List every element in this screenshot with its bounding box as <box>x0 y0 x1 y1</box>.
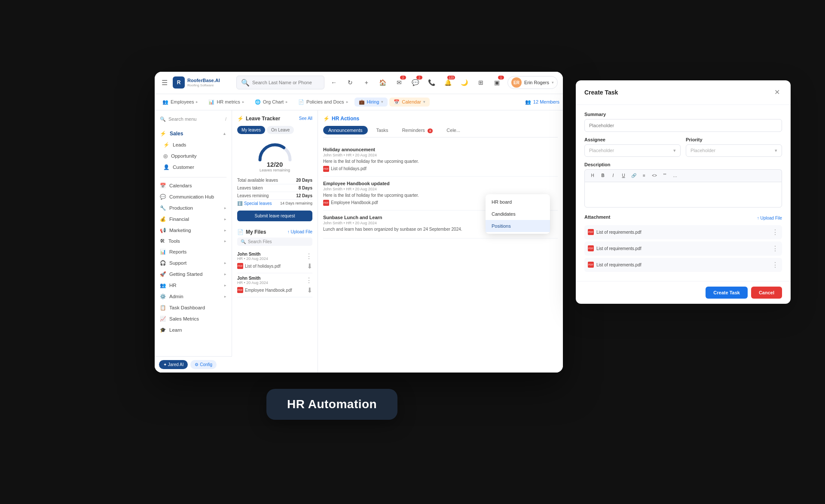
sidebar-item-financial[interactable]: 💰 Financial ▸ <box>155 214 232 225</box>
hr-actions-icon: ⚡ <box>323 116 330 122</box>
tab-hiring[interactable]: 💼 Hiring ▾ <box>354 98 388 107</box>
summary-input[interactable] <box>584 119 782 132</box>
special-leaves-value: 14 Days remaining <box>280 201 312 205</box>
sidebar-item-leads[interactable]: ⚡ Leads <box>158 139 232 150</box>
user-menu[interactable]: ER Erin Rogers ▾ <box>507 76 558 89</box>
nav-refresh-btn[interactable]: ↻ <box>344 76 356 89</box>
config-button[interactable]: ⚙ Config <box>190 360 217 369</box>
sidebar-item-learn[interactable]: 🎓 Learn <box>155 324 232 336</box>
tab-employees[interactable]: 👥 Employees ▸ <box>158 98 202 107</box>
sidebar-item-support[interactable]: 🎧 Support ▸ <box>155 257 232 269</box>
sidebar-search-icon: 🔍 <box>160 116 166 122</box>
sidebar-item-hr[interactable]: 👥 HR ▸ <box>155 280 232 291</box>
tool-quote[interactable]: "" <box>660 171 669 180</box>
pdf-icon-1: PDF <box>237 263 243 269</box>
att-1-more-icon[interactable]: ⋮ <box>772 228 779 236</box>
email-btn[interactable]: ✉ 2 <box>393 76 405 89</box>
description-label: Description <box>584 162 782 167</box>
see-all-link[interactable]: See All <box>299 116 312 121</box>
sidebar-search[interactable]: 🔍 Search menu / <box>155 115 232 124</box>
celebrations-tab[interactable]: Cele... <box>441 126 465 134</box>
file-1-download-icon[interactable]: ⬇ <box>307 262 312 270</box>
sidebar-item-task-dashboard[interactable]: 📋 Task Dashboard <box>155 302 232 313</box>
sidebar-item-opportunity[interactable]: ◎ Opportunity <box>158 150 232 162</box>
sidebar-item-communication-hub[interactable]: 💬 Communication Hub <box>155 191 232 202</box>
file-2-more-icon[interactable]: ⋮ <box>306 276 312 284</box>
my-leaves-tab[interactable]: My leaves <box>237 126 265 134</box>
sidebar-item-getting-started[interactable]: 🚀 Getting Started ▸ <box>155 269 232 280</box>
sidebar-item-admin[interactable]: ⚙️ Admin ▸ <box>155 291 232 302</box>
tab-org-chart[interactable]: 🌐 Org Chart ▸ <box>251 98 292 107</box>
sidebar-item-calendars[interactable]: 📅 Calendars <box>155 180 232 191</box>
announcements-tab[interactable]: Announcements <box>323 126 368 134</box>
tool-more[interactable]: … <box>671 171 679 180</box>
modal-body: Summary Assignee Placeholder ▾ Priority … <box>576 105 791 281</box>
phone-btn[interactable]: 📞 <box>426 76 438 89</box>
tool-code[interactable]: <> <box>650 171 659 180</box>
chat-badge: 2 <box>416 76 422 79</box>
attachment-file-3: PDF List of requirements.pdf ⋮ <box>584 258 782 272</box>
cancel-button[interactable]: Cancel <box>751 287 782 299</box>
assignee-select[interactable]: Placeholder ▾ <box>584 144 681 157</box>
sidebar-item-reports[interactable]: 📊 Reports <box>155 246 232 257</box>
jared-ai-button[interactable]: ✦ Jared AI <box>159 360 188 369</box>
home-btn[interactable]: 🏠 <box>377 76 389 89</box>
tab-policies[interactable]: 📄 Policies and Docs ▸ <box>294 98 352 107</box>
grid-btn[interactable]: ⊞ <box>475 76 487 89</box>
description-textarea[interactable] <box>584 182 782 208</box>
sidebar-item-marketing[interactable]: 📢 Marketing ▸ <box>155 225 232 236</box>
tool-i[interactable]: I <box>609 171 617 180</box>
priority-select[interactable]: Placeholder ▾ <box>686 144 782 157</box>
chat-btn[interactable]: 💬 2 <box>409 76 422 89</box>
hamburger-icon[interactable]: ☰ <box>160 77 169 89</box>
on-leave-tab[interactable]: On Leave <box>267 126 294 134</box>
create-task-button[interactable]: Create Task <box>706 287 748 299</box>
marketing-icon: 📢 <box>160 227 166 233</box>
att-2-more-icon[interactable]: ⋮ <box>772 244 779 253</box>
nav-add-btn[interactable]: + <box>361 76 373 89</box>
tool-h[interactable]: H <box>588 171 597 180</box>
nav-back-btn[interactable]: ← <box>328 76 340 89</box>
pdf-icon-2: PDF <box>237 287 243 293</box>
modal-close-btn[interactable]: ✕ <box>772 87 782 98</box>
tool-list[interactable]: ≡ <box>640 171 648 180</box>
tool-u[interactable]: U <box>619 171 628 180</box>
dropdown-candidates[interactable]: Candidates <box>486 208 550 220</box>
search-input[interactable] <box>252 80 320 85</box>
files-doc-icon: 📄 <box>237 229 244 235</box>
upload-file-link[interactable]: ↑ Upload File <box>287 229 312 234</box>
dropdown-positions[interactable]: Positions <box>486 220 550 232</box>
tool-b[interactable]: B <box>599 171 607 180</box>
ann-2-file: Employee Handbook.pdf <box>331 200 378 205</box>
sidebar-item-customer[interactable]: 👤 Customer <box>158 162 232 173</box>
sidebar-item-sales-metrics[interactable]: 📈 Sales Metrics <box>155 313 232 324</box>
comm-hub-label: Communication Hub <box>169 194 226 199</box>
tab-hr-metrics[interactable]: 📊 HR metrics ▸ <box>204 98 248 107</box>
tab-policies-label: Policies and Docs <box>306 99 344 104</box>
tasks-tab[interactable]: Tasks <box>371 126 394 134</box>
file-item-1: John Smith HR • 20 Aug 2024 ⋮ PDF List o… <box>237 249 312 273</box>
att-2-label: List of requirements.pdf <box>596 246 642 251</box>
global-search[interactable]: 🔍 <box>236 76 324 89</box>
dropdown-hr-board[interactable]: HR board <box>486 196 550 208</box>
submit-leave-btn[interactable]: Submit leave request <box>237 211 312 221</box>
sales-category[interactable]: ⚡ Sales ▲ <box>155 128 232 139</box>
search-files[interactable]: 🔍 Search Files <box>237 238 312 246</box>
sidebar-search-label: Search menu <box>168 116 196 122</box>
bell-btn[interactable]: 🔔 123 <box>442 76 454 89</box>
file-1-more-icon[interactable]: ⋮ <box>306 252 312 260</box>
tab-hiring-label: Hiring <box>367 99 379 104</box>
att-3-more-icon[interactable]: ⋮ <box>772 261 779 269</box>
more-btn[interactable]: ▣ 1 <box>491 76 503 89</box>
tab-calendar[interactable]: 📅 Calendar ▾ <box>389 98 430 107</box>
sidebar-item-tools[interactable]: 🛠 Tools ▸ <box>155 236 232 246</box>
file-2-download-icon[interactable]: ⬇ <box>307 286 312 294</box>
attachment-upload-link[interactable]: ↑ Upload File <box>757 216 782 220</box>
reminders-tab[interactable]: Reminders 8 <box>397 126 438 134</box>
tab-hr-metrics-label: HR metrics <box>217 99 240 104</box>
file-1-person: John Smith <box>237 252 268 257</box>
theme-btn[interactable]: 🌙 <box>458 76 471 89</box>
sidebar-item-production[interactable]: 🔧 Production ▸ <box>155 202 232 214</box>
file-2-name-row: PDF Employee Handbook.pdf ⬇ <box>237 286 312 294</box>
tool-link[interactable]: 🔗 <box>629 171 638 180</box>
